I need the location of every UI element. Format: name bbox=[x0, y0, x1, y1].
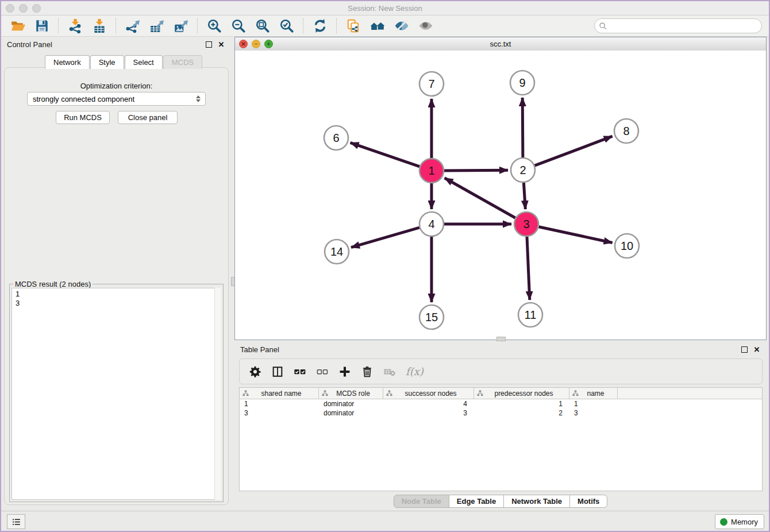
eye-button[interactable] bbox=[417, 17, 434, 34]
copy-network-button[interactable] bbox=[345, 17, 362, 34]
graph-edge-1-2[interactable] bbox=[444, 170, 508, 171]
table-toolbar: f(x) bbox=[239, 358, 763, 384]
cell-name[interactable]: 3 bbox=[569, 408, 618, 418]
graph-node-8[interactable]: 8 bbox=[614, 119, 638, 143]
run-mcds-button[interactable]: Run MCDS bbox=[56, 111, 110, 124]
eye-slash-button[interactable] bbox=[393, 17, 410, 34]
graph-node-1[interactable]: 1 bbox=[419, 159, 444, 183]
graph-node-10[interactable]: 10 bbox=[615, 234, 639, 258]
import-table-button[interactable] bbox=[91, 17, 108, 34]
close-panel-icon[interactable]: ✕ bbox=[753, 345, 761, 353]
column-header-name[interactable]: name bbox=[569, 388, 618, 399]
graph-edge-3-10[interactable] bbox=[539, 227, 613, 243]
cell-successor-nodes[interactable]: 3 bbox=[383, 408, 474, 418]
graph-node-9[interactable]: 9 bbox=[510, 71, 534, 95]
search-icon bbox=[599, 22, 607, 30]
tab-motifs[interactable]: Motifs bbox=[569, 495, 607, 508]
result-scrollbar[interactable] bbox=[214, 288, 221, 500]
zoom-out-button[interactable] bbox=[230, 17, 247, 34]
tab-network-table[interactable]: Network Table bbox=[503, 495, 570, 508]
cell-MCDS-role[interactable]: dominator bbox=[319, 399, 383, 408]
cell-predecessor-nodes[interactable]: 2 bbox=[474, 408, 569, 418]
table-row[interactable]: 1dominator411 bbox=[240, 399, 762, 408]
tab-node-table[interactable]: Node Table bbox=[394, 495, 449, 508]
graph-node-7[interactable]: 7 bbox=[419, 72, 444, 96]
graph-node-14[interactable]: 14 bbox=[325, 240, 349, 264]
mcds-result-text[interactable]: 1 3 bbox=[11, 288, 221, 500]
tab-select[interactable]: Select bbox=[125, 55, 163, 69]
graph-node-15[interactable]: 15 bbox=[419, 305, 444, 329]
graph-edge-3-11[interactable] bbox=[527, 237, 530, 300]
zoom-in-button[interactable] bbox=[206, 17, 223, 34]
export-network-button[interactable] bbox=[124, 17, 141, 34]
graph-node-6[interactable]: 6 bbox=[324, 126, 348, 150]
hierarchy-icon bbox=[572, 390, 579, 396]
table-header-row: shared nameMCDS rolesuccessor nodesprede… bbox=[240, 388, 762, 399]
add-button[interactable] bbox=[338, 365, 351, 378]
table-row[interactable]: 3dominator323 bbox=[240, 408, 762, 418]
graph-edge-2-8[interactable] bbox=[535, 136, 613, 165]
uncheck-all-button[interactable] bbox=[316, 365, 329, 378]
zoom-selected-button[interactable] bbox=[278, 17, 295, 34]
toolbar-separator bbox=[336, 18, 337, 33]
gear-button[interactable] bbox=[249, 365, 261, 378]
column-header-predecessor-nodes[interactable]: predecessor nodes bbox=[474, 388, 569, 399]
svg-text:11: 11 bbox=[525, 309, 537, 321]
save-button[interactable] bbox=[33, 17, 51, 34]
graph-edge-3-1[interactable] bbox=[445, 178, 515, 218]
graph-edge-4-14[interactable] bbox=[351, 228, 419, 248]
tab-edge-table[interactable]: Edge Table bbox=[449, 495, 504, 508]
network-window-titlebar[interactable]: ✕ – + scc.txt bbox=[235, 37, 766, 51]
tab-network[interactable]: Network bbox=[45, 55, 90, 69]
save-icon bbox=[34, 18, 49, 33]
import-network-button[interactable] bbox=[67, 17, 84, 34]
export-image-button[interactable] bbox=[172, 17, 190, 34]
table-panel: Table Panel ✕ f(x) shared nameMCDS roles… bbox=[234, 342, 767, 510]
check-all-button[interactable] bbox=[294, 365, 306, 378]
float-panel-icon[interactable] bbox=[740, 345, 748, 353]
tab-mcds[interactable]: MCDS bbox=[163, 55, 202, 69]
column-header-successor-nodes[interactable]: successor nodes bbox=[383, 388, 474, 399]
status-bar: Memory bbox=[1, 511, 769, 531]
cell-predecessor-nodes[interactable]: 1 bbox=[474, 399, 569, 408]
memory-button[interactable]: Memory bbox=[715, 514, 764, 529]
task-history-button[interactable] bbox=[7, 514, 25, 529]
graph-node-3[interactable]: 3 bbox=[514, 212, 538, 236]
cell-name[interactable]: 1 bbox=[569, 399, 618, 408]
column-header-MCDS-role[interactable]: MCDS role bbox=[319, 388, 383, 399]
graph-edge-2-9[interactable] bbox=[522, 98, 523, 157]
column-button[interactable] bbox=[271, 365, 284, 378]
float-panel-icon[interactable] bbox=[205, 40, 213, 48]
splitter-handle[interactable] bbox=[496, 337, 506, 341]
add-icon bbox=[338, 365, 351, 378]
fx-icon: f(x) bbox=[406, 365, 424, 377]
refresh-icon bbox=[313, 18, 328, 33]
houses-button[interactable] bbox=[369, 17, 386, 34]
cell-MCDS-role[interactable]: dominator bbox=[319, 408, 383, 418]
svg-text:7: 7 bbox=[428, 78, 434, 90]
graph-edge-2-3[interactable] bbox=[523, 183, 525, 209]
optimization-criterion-select[interactable]: strongly connected component bbox=[27, 92, 206, 106]
cell-shared-name[interactable]: 3 bbox=[240, 408, 319, 418]
search-input[interactable] bbox=[607, 21, 761, 31]
export-network-icon bbox=[125, 18, 140, 33]
refresh-button[interactable] bbox=[311, 17, 329, 34]
column-header-shared-name[interactable]: shared name bbox=[240, 388, 319, 399]
eye-slash-icon bbox=[394, 18, 409, 33]
graph-node-4[interactable]: 4 bbox=[419, 212, 444, 236]
tab-style[interactable]: Style bbox=[90, 55, 124, 69]
export-table-button[interactable] bbox=[148, 17, 165, 34]
close-panel-icon[interactable]: ✕ bbox=[217, 40, 225, 48]
trash-button[interactable] bbox=[361, 365, 374, 378]
network-canvas[interactable]: 7968124314101511 bbox=[235, 51, 766, 340]
graph-edge-1-6[interactable] bbox=[351, 142, 420, 167]
cell-successor-nodes[interactable]: 4 bbox=[383, 399, 474, 408]
cell-shared-name[interactable]: 1 bbox=[240, 399, 319, 408]
node-table: shared nameMCDS rolesuccessor nodesprede… bbox=[239, 387, 763, 491]
toolbar-separator bbox=[58, 18, 59, 33]
graph-node-11[interactable]: 11 bbox=[518, 303, 542, 327]
close-panel-button[interactable]: Close panel bbox=[118, 111, 178, 124]
open-folder-button[interactable] bbox=[9, 17, 26, 34]
graph-node-2[interactable]: 2 bbox=[511, 158, 535, 182]
zoom-fit-button[interactable] bbox=[254, 17, 271, 34]
